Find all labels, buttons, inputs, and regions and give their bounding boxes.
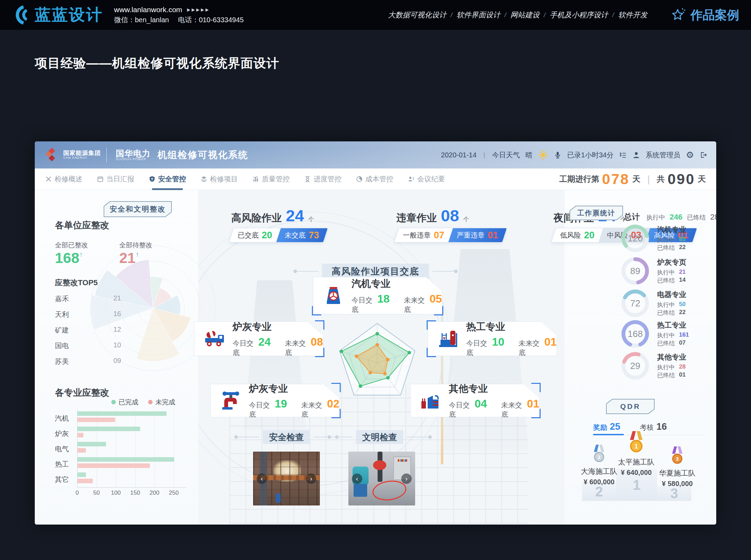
legend-dot-done (111, 400, 116, 404)
bar-done-其它 (78, 472, 86, 477)
period-days-value: 078 (602, 171, 630, 188)
carousel-prev-button[interactable]: ‹ (352, 473, 362, 484)
total-label: 共 (657, 174, 665, 184)
svg-text:168: 168 (628, 329, 643, 339)
svg-text:3: 3 (676, 456, 679, 462)
divider (106, 148, 107, 162)
valve-icon (220, 389, 242, 412)
card-title: 炉灰专业 (249, 382, 339, 395)
tab-label: 安全管控 (158, 174, 186, 184)
tab-label: 成本管控 (365, 174, 393, 184)
team-name: 太平施工队 (618, 457, 655, 467)
tab-meeting[interactable]: 会议纪要 (408, 168, 445, 190)
carousel-next-button[interactable]: › (306, 473, 316, 484)
tab-label: 检修概述 (55, 174, 82, 184)
civility-check-photo: ‹ › (348, 452, 415, 505)
team-amount: ¥ 580,000 (662, 480, 693, 488)
tab-overview[interactable]: 检修概述 (45, 168, 82, 190)
tab-safety[interactable]: 安全管控 (149, 168, 186, 190)
bar-undone-汽机 (78, 418, 115, 422)
worker (276, 494, 280, 503)
tab-reward[interactable]: 奖励 25 (593, 421, 620, 432)
dashboard-content: 安全和文明整改 各单位应整改 全部已整改 168↑ 全部待整改 21↑ 应整改T… (35, 190, 716, 525)
silver-medal-icon: 2 (591, 445, 607, 465)
tab-label: 当日汇报 (106, 174, 134, 184)
lanlan-logo[interactable]: 蓝蓝设计 (12, 4, 103, 26)
tab-progress[interactable]: 进度管控 (304, 168, 341, 190)
corner-bracket (315, 348, 324, 357)
service-item: 网站建设 (510, 10, 540, 20)
dashboard-nav: 检修概述当日汇报安全管控检修项目质量管控进度管控成本管控会议纪要 工期进行第 0… (35, 168, 716, 190)
progress-icon (304, 176, 311, 182)
top5-row: 国电10 (55, 341, 145, 357)
dashboard-header: 国家能源集团 CHN ENERGY 国华电力 GUOHUA POWER 机组检修… (35, 141, 716, 168)
team-name: 华夏施工队 (659, 468, 696, 478)
tab-repair-projects[interactable]: 检修项目 (201, 168, 238, 190)
safety-check-band: 安全检查 (263, 430, 310, 444)
corner-bracket (434, 306, 443, 315)
bar-done-热工 (78, 457, 174, 462)
tab-daily-report[interactable]: 当日汇报 (97, 168, 134, 190)
top5-row: 天利16 (55, 310, 145, 326)
legend-dot-undone (148, 400, 153, 404)
portfolio-label: 作品案例 (691, 7, 739, 23)
bar-done-汽机 (78, 411, 167, 416)
up-arrow-icon: ↑ (136, 250, 139, 258)
star-icon (670, 7, 686, 23)
top5-row: 嘉禾21 (55, 294, 145, 310)
tools-icon (45, 176, 52, 182)
red-valve (373, 460, 386, 470)
donut-row-3: 72电器专业执行中50已终结22 (620, 287, 716, 319)
period-unit: 天 (632, 174, 640, 184)
total-days-value: 090 (668, 171, 695, 188)
website-link[interactable]: www.lanlanwork.com (114, 6, 182, 14)
date-label: 2020-01-14 (441, 151, 476, 159)
card-title: 汽机专业 (352, 277, 442, 290)
cabinet-lights (398, 459, 407, 462)
stat-group-2: 违章作业08个一般违章07严重违章01 (396, 206, 505, 242)
corner-bracket (331, 383, 341, 392)
tab-assessment[interactable]: 考核 16 (640, 421, 667, 432)
period-label: 工期进行第 (559, 174, 599, 184)
corner-bracket (531, 409, 541, 418)
portfolio-link[interactable]: 作品案例 (670, 7, 739, 23)
donut-row-1: 120汽机专业执行中85已终结22 (620, 222, 716, 254)
logout-icon[interactable] (700, 151, 707, 159)
service-item: 软件开发 (618, 10, 647, 20)
org-guohua-power: 国华电力 GUOHUA POWER (116, 149, 151, 161)
done-label: 全部已整改 (55, 241, 88, 250)
svg-text:120: 120 (628, 233, 643, 244)
carousel-prev-button[interactable]: ‹ (257, 473, 267, 484)
bronze-medal-icon: 3 (669, 446, 685, 467)
card-ash-major-truck: 炉灰专业 今日交底24 未来交底08 (194, 321, 323, 356)
majors-rectify-title: 各专业应整改 (55, 387, 109, 399)
section-badge-work-tickets: 工作票统计 (570, 206, 623, 220)
settings-gear-icon[interactable]: ⚙ (686, 150, 694, 160)
services-list: 大数据可视化设计/软件界面设计/网站建设/手机及小程序设计/软件开发 (388, 10, 647, 20)
boiler-icon (437, 328, 459, 350)
tab-label: 检修项目 (210, 174, 238, 184)
card-title: 炉灰专业 (233, 320, 323, 333)
weather-value: 晴 (525, 150, 532, 160)
team-amount: ¥ 640,000 (621, 469, 652, 477)
project-icon (201, 176, 207, 182)
meeting-icon (408, 176, 414, 182)
todo-label: 全部待整改 (119, 241, 152, 250)
tab-cost[interactable]: 成本管控 (356, 168, 393, 190)
corner-bracket (331, 409, 341, 418)
user-name-label[interactable]: 系统管理员 (646, 150, 680, 160)
tab-label: 质量管控 (262, 174, 290, 184)
record-duration-label: 已录1小时34分 (567, 150, 613, 160)
contact-block: www.lanlanwork.com ▶▶▶▶▶ 微信：ben_lanlan 电… (114, 6, 244, 25)
carousel-next-button[interactable]: › (401, 473, 412, 484)
site-header: 蓝蓝设计 www.lanlanwork.com ▶▶▶▶▶ 微信：ben_lan… (0, 0, 751, 30)
corner-bracket (531, 383, 541, 392)
microphone-icon[interactable] (554, 151, 562, 159)
tab-quality[interactable]: 质量管控 (252, 168, 290, 190)
top5-row: 苏美09 (55, 357, 145, 372)
svg-text:89: 89 (630, 266, 640, 276)
podium-rank3: 3 华夏施工队 ¥ 580,000 (651, 446, 703, 488)
svg-text:72: 72 (630, 298, 640, 308)
bar-undone-热工 (78, 463, 150, 468)
list-icon[interactable] (619, 151, 627, 159)
